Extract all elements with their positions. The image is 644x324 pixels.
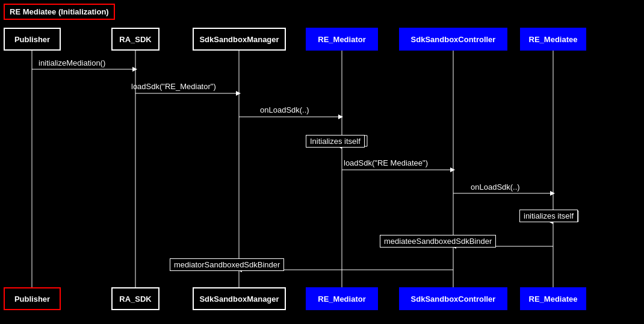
- label-load-sdk-re-mediator: loadSdk("RE_Mediator"): [131, 82, 216, 91]
- footer-sdksandboxcontroller: SdkSandboxController: [399, 287, 507, 310]
- header-re-mediatee: RE_Mediatee: [520, 28, 586, 51]
- label-mediatee-sandboxed-sdk-binder: mediateeSandboxedSdkBinder: [380, 235, 496, 248]
- label-initializes-itself-2: initializes itself: [519, 210, 578, 222]
- footer-sdksandboxmanager: SdkSandboxManager: [193, 287, 286, 310]
- footer-re-mediator: RE_Mediator: [306, 287, 378, 310]
- label-initialize-mediation: initializeMediation(): [39, 58, 105, 67]
- footer-publisher: Publisher: [4, 287, 61, 310]
- svg-marker-17: [450, 167, 455, 172]
- label-mediator-sandboxed-sdk-binder: mediatorSandboxedSdkBinder: [170, 258, 284, 271]
- label-on-load-sdk-2: onLoadSdk(..): [471, 182, 520, 192]
- footer-ra-sdk: RA_SDK: [111, 287, 159, 310]
- label-on-load-sdk-1: onLoadSdk(..): [260, 105, 309, 114]
- svg-marker-19: [550, 191, 555, 196]
- header-sdksandboxmanager: SdkSandboxManager: [193, 28, 286, 51]
- svg-marker-9: [236, 91, 241, 96]
- footer-re-mediatee: RE_Mediatee: [520, 287, 586, 310]
- header-sdksandboxcontroller: SdkSandboxController: [399, 28, 507, 51]
- header-publisher: Publisher: [4, 28, 61, 51]
- diagram-title: RE Mediatee (Initialization): [4, 4, 115, 20]
- header-ra-sdk: RA_SDK: [111, 28, 159, 51]
- label-initializes-itself-1: Initializes itself: [306, 135, 365, 148]
- diagram: RE Mediatee (Initialization): [0, 0, 644, 324]
- svg-marker-7: [132, 67, 137, 72]
- svg-marker-11: [338, 114, 343, 119]
- label-load-sdk-re-mediatee: loadSdk("RE Mediatee"): [344, 158, 428, 167]
- header-re-mediator: RE_Mediator: [306, 28, 378, 51]
